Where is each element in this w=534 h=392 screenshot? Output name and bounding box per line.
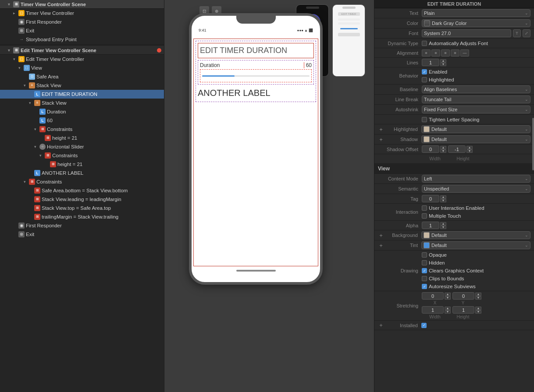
clips-checkbox[interactable] [422,276,427,281]
tree-item-c2[interactable]: ⊠ height = 21 [0,160,164,169]
highlighted-dropdown[interactable]: Default ⌄ [421,125,530,133]
shadow-height-input[interactable] [448,145,466,153]
installed-plus[interactable]: + [378,322,384,328]
alpha-down[interactable]: ▼ [440,226,446,229]
lines-down[interactable]: ▼ [440,63,446,66]
scene2-arrow[interactable]: ▾ [8,48,13,53]
background-dropdown[interactable]: Default ⌄ [421,231,530,239]
stretch-y-input[interactable] [452,292,474,300]
stretch-y-down[interactable]: ▼ [475,296,481,300]
tint-plus[interactable]: + [378,242,384,248]
drawing-row: Drawing Opaque Hidden ✓ Clears Graphics … [374,251,534,291]
tree-item-fr2[interactable]: ◉ First Responder [0,221,164,230]
dynamic-type-checkbox[interactable] [422,41,427,46]
tag-down[interactable]: ▼ [440,199,446,202]
tree-item-c1[interactable]: ⊠ height = 21 [0,134,164,142]
tree-item-view1[interactable]: ▾ □ View [0,64,164,72]
tree-item-sv1[interactable]: ▾ ≡ Stack View [0,81,164,90]
stretch-h-down[interactable]: ▼ [475,310,481,314]
shadow-height-up[interactable]: ▲ [466,146,473,149]
tree-item-ca1[interactable]: ⊠ Safe Area.bottom = Stack View.bottom [0,186,164,195]
clears-checkbox[interactable]: ✓ [422,268,427,273]
tint-dropdown[interactable]: Default ⌄ [421,241,530,249]
stretch-y-up[interactable]: ▲ [475,293,481,296]
tree-item-lbl1[interactable]: L EDIT TIMER DURATION [0,90,164,99]
tree-item-safe1[interactable]: ⊡ Safe Area [0,72,164,81]
shadow-dropdown[interactable]: Default ⌄ [421,135,530,143]
multiple-touch-checkbox[interactable] [422,213,427,219]
font-resize-icon[interactable]: ⤢ [523,29,530,37]
alpha-up[interactable]: ▲ [440,222,446,226]
installed-checkbox[interactable]: ✓ [421,323,427,328]
align-left-btn[interactable]: ≡ [422,49,431,57]
lines-up[interactable]: ▲ [440,59,446,63]
stretch-w-down[interactable]: ▼ [445,310,451,314]
enabled-checkbox[interactable]: ✓ [422,69,427,74]
hidden-checkbox[interactable] [422,260,427,265]
align-justify-btn[interactable]: ≡ [451,49,459,57]
alpha-input[interactable] [422,222,439,229]
stretch-w-up[interactable]: ▲ [445,307,451,310]
font-T-icon[interactable]: T [513,29,521,37]
background-plus[interactable]: + [378,232,384,238]
scene2-header[interactable]: ▾ ⊞ Edit Timer View Controller Scene [0,46,164,55]
color-dropdown[interactable]: Dark Gray Color ⌄ [422,19,530,27]
content-mode-dropdown[interactable]: Left ⌄ [422,175,530,183]
tree-item-cg1[interactable]: ▾ ⊠ Constraints [0,125,164,134]
stretch-w-input[interactable] [422,306,444,314]
highlighted-plus[interactable]: + [378,126,384,132]
lines-input[interactable] [422,59,439,66]
tree-item-lbl2[interactable]: L Duration [0,107,164,116]
tag-input[interactable] [422,195,439,202]
scene1-header[interactable]: ▾ ⊞ Timer View Controller Scene [0,0,164,9]
font-value: System 27.0 [424,31,451,36]
shadow-width-up[interactable]: ▲ [440,146,446,149]
highlighted-value: Default [431,127,447,132]
tree-item-cg3[interactable]: ▾ ⊠ Constraints [0,177,164,186]
highlighted-behavior-checkbox[interactable] [422,77,427,82]
font-field[interactable]: System 27.0 [422,29,511,37]
user-interaction-checkbox[interactable] [422,205,427,211]
right-scrollbar[interactable] [532,118,534,170]
tree-item-lbl4[interactable]: L ANOTHER LABEL [0,169,164,177]
opaque-checkbox[interactable] [422,252,427,258]
tree-item-ca2[interactable]: ⊠ Stack View.leading = leadingMargin [0,195,164,204]
tree-item-exit1[interactable]: ⊗ Exit [0,26,164,35]
tree-item-fr1[interactable]: ◉ First Responder [0,18,164,26]
tag-up[interactable]: ▲ [440,195,446,199]
tree-item-hs1[interactable]: ▾ ○ Horizontal Slider [0,142,164,151]
autoresize-checkbox[interactable]: ✓ [422,284,427,289]
text-dropdown[interactable]: Plain ⌄ [422,9,530,17]
stretch-x-input[interactable] [422,292,444,300]
stretch-x-up[interactable]: ▲ [445,293,451,296]
tree-item-vc1[interactable]: ▸ ⊡ Timer View Controller [0,9,164,18]
stretch-h-input[interactable] [452,306,474,314]
outer-stack-outline: EDIT TIMER DURATION Duration 60 [196,41,316,102]
scene1-arrow[interactable]: ▾ [8,2,13,7]
tree-item-entry1[interactable]: → Storyboard Entry Point [0,35,164,44]
shadow-width-down[interactable]: ▼ [440,149,446,153]
linebreak-dropdown[interactable]: Truncate Tail ⌄ [422,95,530,103]
tree-item-vc2[interactable]: ▾ ⊡ Edit Timer View Controller [0,55,164,64]
tree-item-ca3[interactable]: ⊠ Stack View.top = Safe Area.top [0,204,164,212]
autoshrink-dropdown[interactable]: Fixed Font Size ⌄ [422,106,530,113]
shadow-width-input[interactable] [422,145,439,153]
baseline-dropdown[interactable]: Align Baselines ⌄ [422,85,530,93]
tree-item-exit2[interactable]: ⊗ Exit [0,230,164,239]
align-center-btn[interactable]: ≡ [431,49,440,57]
tighten-checkbox[interactable] [422,117,427,122]
tree-item-lbl3[interactable]: L 60 [0,116,164,125]
thumb-light[interactable]: EDIT TIMER [332,4,365,77]
semantic-dropdown[interactable]: Unspecified ⌄ [422,185,530,193]
baseline-arrow: ⌄ [525,87,528,92]
align-natural-btn[interactable]: — [460,49,469,57]
align-right-btn[interactable]: ≡ [441,49,450,57]
stretch-x-down[interactable]: ▼ [445,296,451,300]
tree-item-sv2[interactable]: ▾ ≡ Stack View [0,99,164,107]
tree-item-ca4[interactable]: ⊠ trailingMargin = Stack View.trailing [0,212,164,221]
shadow-plus[interactable]: + [378,136,384,142]
tree-item-cg2[interactable]: ▾ ⊠ Constraints [0,151,164,160]
shadow-height-down[interactable]: ▼ [466,149,473,153]
stretch-h-up[interactable]: ▲ [475,307,481,310]
font-label: Font [378,31,422,36]
